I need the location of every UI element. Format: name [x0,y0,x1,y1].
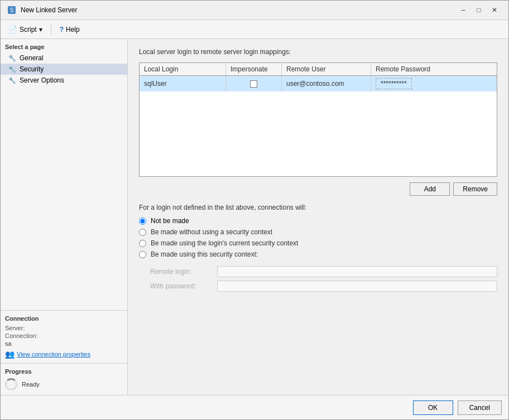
radio-not-made[interactable]: Not be made [139,217,497,225]
connection-row: Connection: [5,332,123,340]
server-label: Server: [5,325,25,331]
script-button[interactable]: 📄 Script ▾ [5,24,46,35]
table-row[interactable]: sqlUser user@contoso.com ********** [140,76,497,91]
progress-spinner [5,378,17,390]
table-body: sqlUser user@contoso.com ********** [140,76,497,176]
col-local-login: Local Login [140,63,226,75]
script-label: Script [20,26,37,33]
server-row: Server: [5,324,123,332]
remote-login-label: Remote login: [150,268,217,276]
bottom-bar: OK Cancel [1,395,508,419]
cell-local-login: sqlUser [140,76,226,91]
sidebar-item-security[interactable]: 🔧 Security [1,64,127,75]
help-icon: ? [60,26,64,33]
radio-not-made-label: Not be made [151,217,189,225]
security-context-fields: Remote login: With password: [139,266,497,292]
with-password-row: With password: [150,281,497,292]
login-mappings-title: Local server login to remote server logi… [139,48,497,56]
sidebar-item-general[interactable]: 🔧 General [1,52,127,64]
radio-current-context-label: Be made using the login's current securi… [151,239,298,247]
general-icon: 🔧 [8,55,16,62]
connection-link-icon: 👥 [5,350,15,359]
progress-label: Progress [5,368,123,375]
toolbar-separator [51,24,51,35]
connections-title: For a login not defined in the list abov… [139,204,497,211]
login-mappings-table: Local Login Impersonate Remote User Remo… [139,62,497,177]
sidebar-item-general-label: General [20,54,44,62]
toolbar: 📄 Script ▾ ? Help [1,20,508,39]
col-impersonate: Impersonate [226,63,282,75]
script-icon: 📄 [9,26,17,33]
help-label: Help [66,26,80,33]
with-password-label: With password: [150,282,217,290]
maximize-button[interactable]: □ [472,4,486,16]
remote-login-input[interactable] [217,266,497,277]
remote-login-row: Remote login: [150,266,497,277]
minimize-button[interactable]: – [456,4,470,16]
password-field[interactable]: ********** [376,78,412,89]
close-button[interactable]: ✕ [487,4,502,16]
connection-section-label: Connection [5,315,123,322]
sidebar: Select a page 🔧 General 🔧 Security 🔧 Ser… [1,39,128,395]
app-icon: S [7,6,16,15]
radio-group: Not be made Be made without using a secu… [139,217,497,258]
progress-status: Ready [22,381,40,388]
progress-section: Progress Ready [1,363,127,395]
window: S New Linked Server – □ ✕ 📄 Script ▾ ? H… [0,0,509,420]
radio-current-context[interactable]: Be made using the login's current securi… [139,239,497,247]
add-button[interactable]: Add [410,182,450,196]
help-button[interactable]: ? Help [56,24,84,35]
view-connection-properties-link[interactable]: 👥 View connection properties [5,350,123,359]
radio-without-security-input[interactable] [139,229,146,236]
with-password-input[interactable] [217,281,497,292]
col-remote-user: Remote User [282,63,371,75]
cell-impersonate[interactable] [226,76,282,91]
ok-button[interactable]: OK [413,400,453,415]
radio-this-context-input[interactable] [139,251,146,258]
security-icon: 🔧 [8,66,16,73]
cell-remote-password: ********** [371,76,497,91]
title-bar: S New Linked Server – □ ✕ [1,1,508,20]
table-header: Local Login Impersonate Remote User Remo… [140,63,497,76]
radio-this-context-label: Be made using this security context: [151,250,258,258]
radio-this-context[interactable]: Be made using this security context: [139,250,497,258]
sidebar-item-security-label: Security [20,65,44,73]
main-content: Select a page 🔧 General 🔧 Security 🔧 Ser… [1,39,508,395]
server-options-icon: 🔧 [8,77,16,84]
radio-not-made-input[interactable] [139,218,146,225]
svg-text:S: S [10,7,14,13]
connection-section: Connection Server: Connection: sa 👥 View… [1,310,127,363]
cancel-button[interactable]: Cancel [458,400,502,415]
radio-without-security-label: Be made without using a security context [151,228,272,236]
impersonate-checkbox[interactable] [250,80,257,88]
remove-button[interactable]: Remove [453,182,497,196]
script-dropdown-icon: ▾ [39,26,42,33]
connection-label: Connection: [5,332,38,339]
select-page-label: Select a page [1,39,127,52]
window-controls: – □ ✕ [456,4,502,16]
connection-value: sa [5,340,12,347]
radio-without-security[interactable]: Be made without using a security context [139,228,497,236]
sidebar-item-server-options-label: Server Options [20,76,64,84]
content-area: Local server login to remote server logi… [128,39,508,395]
cell-remote-user: user@contoso.com [282,76,371,91]
table-button-row: Add Remove [139,182,497,196]
col-remote-password: Remote Password [371,63,497,75]
radio-current-context-input[interactable] [139,240,146,247]
view-connection-properties-label: View connection properties [17,351,90,358]
window-title: New Linked Server [21,6,77,14]
sidebar-item-server-options[interactable]: 🔧 Server Options [1,75,127,86]
